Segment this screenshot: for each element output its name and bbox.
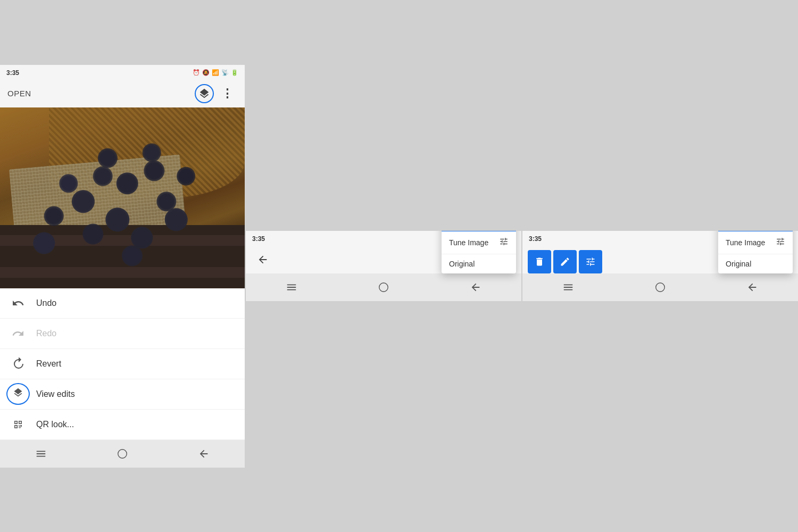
tune-icon-2 [499, 237, 509, 248]
time-1: 3:35 [6, 69, 19, 77]
layers-icon [198, 88, 210, 99]
revert-icon [11, 356, 26, 371]
time-2: 3:35 [252, 235, 265, 243]
layers-small-icon [13, 387, 23, 398]
popup-item-tune-2[interactable]: Tune Image [442, 231, 516, 254]
undo-label: Undo [36, 298, 56, 308]
svg-point-1 [379, 283, 388, 292]
tune-icon-display-3 [776, 237, 785, 248]
qr-icon [11, 417, 26, 432]
undo-svg [12, 297, 24, 310]
nav-home-btn-1[interactable] [110, 441, 135, 467]
phone-panel-3: 3:35 ⏰ 🔕 📶 📡 🔋 ⋮ [521, 231, 798, 301]
revert-label: Revert [36, 359, 61, 369]
delete-icon-3 [534, 256, 545, 267]
battery-icon: 🔋 [231, 69, 238, 76]
edit-btn-3[interactable] [553, 250, 577, 273]
edit-icon-3 [560, 256, 570, 267]
nav-back-icon-2 [470, 281, 481, 293]
phone-panel-1: 3:35 ⏰ 🔕 📶 📡 🔋 OPEN ⋮ [0, 65, 245, 468]
berry-photo-1 [0, 107, 245, 288]
tune-label-2: Tune Image [449, 238, 488, 247]
nav-back-icon-1 [198, 448, 210, 460]
tune-btn-3[interactable] [579, 250, 602, 273]
menu-item-revert[interactable]: Revert [0, 349, 245, 379]
nav-home-icon-3 [654, 281, 666, 293]
redo-label: Redo [36, 329, 56, 338]
app-bar-1: OPEN ⋮ [0, 80, 245, 107]
nav-back-icon-3 [746, 281, 758, 293]
nav-home-icon-2 [378, 281, 389, 293]
status-bar-1: 3:35 ⏰ 🔕 📶 📡 🔋 [0, 65, 245, 80]
bottom-nav-1 [0, 440, 245, 468]
redo-svg [12, 327, 24, 340]
menu-section-1: Undo Redo Revert [0, 288, 245, 440]
view-edits-circle [6, 383, 30, 405]
redo-icon [11, 326, 26, 341]
delete-btn-3[interactable] [528, 250, 551, 273]
popup-item-tune-3[interactable]: Tune Image [718, 231, 793, 254]
popup-item-original-3[interactable]: Original [718, 254, 793, 273]
status-icons-1: ⏰ 🔕 📶 📡 🔋 [193, 69, 238, 76]
nav-menu-icon-3 [562, 281, 574, 293]
bottom-nav-2 [246, 273, 521, 301]
back-arrow-icon-2 [257, 254, 269, 265]
nav-home-btn-2[interactable] [371, 275, 396, 300]
nav-back-btn-3[interactable] [739, 275, 765, 300]
alarm-icon: ⏰ [193, 69, 200, 76]
menu-item-redo[interactable]: Redo [0, 319, 245, 349]
popup-menu-3: White Balance Tune Image Original [718, 231, 793, 273]
popup-menu-2: White Balance Tune Image Original [442, 231, 516, 273]
tune-label-3: Tune Image [726, 238, 765, 247]
revert-svg [12, 358, 24, 370]
app-bar-actions-1: ⋮ [195, 84, 237, 103]
nav-home-btn-3[interactable] [647, 275, 673, 300]
gray-overlay-1 [0, 107, 245, 288]
layers-button-highlighted[interactable] [195, 84, 214, 103]
view-edits-label: View edits [36, 389, 75, 399]
back-button-2[interactable] [253, 250, 272, 269]
svg-point-0 [118, 449, 127, 458]
nav-menu-btn-3[interactable] [555, 275, 581, 300]
nav-menu-btn-2[interactable] [279, 275, 304, 300]
nav-menu-icon-2 [286, 281, 297, 293]
tune-svg-3 [776, 237, 785, 246]
bottom-nav-3 [522, 273, 798, 301]
tune-icon-3 [585, 256, 596, 267]
nav-home-icon-1 [117, 448, 128, 460]
time-3: 3:35 [529, 235, 542, 243]
original-label-2: Original [449, 260, 475, 268]
original-label-3: Original [726, 260, 751, 268]
tune-svg-2 [499, 237, 509, 246]
undo-icon [11, 296, 26, 311]
signal-icon: 📡 [221, 69, 229, 76]
nav-menu-btn-1[interactable] [28, 441, 54, 467]
menu-item-view-edits[interactable]: View edits [0, 379, 245, 410]
menu-item-qr[interactable]: QR look... [0, 410, 245, 440]
edit-toolbar-3 [528, 250, 602, 273]
nav-menu-icon-1 [35, 448, 47, 460]
more-button-1[interactable]: ⋮ [218, 84, 237, 103]
view-edits-icon-wrapper [11, 387, 26, 402]
nav-back-btn-2[interactable] [463, 275, 488, 300]
phone-panel-2: 3:35 ⏰ 🔕 📶 📡 🔋 ⋮ [245, 231, 521, 301]
nav-back-btn-1[interactable] [191, 441, 217, 467]
qr-svg [12, 418, 24, 431]
app-title-1: OPEN [7, 89, 31, 98]
three-dots-icon-1: ⋮ [221, 88, 234, 99]
menu-item-undo[interactable]: Undo [0, 288, 245, 319]
silent-icon: 🔕 [202, 69, 210, 76]
wifi-icon: 📶 [212, 69, 219, 76]
svg-point-2 [656, 283, 665, 292]
popup-item-original-2[interactable]: Original [442, 254, 516, 273]
photo-area-1 [0, 107, 245, 288]
qr-label: QR look... [36, 420, 74, 429]
